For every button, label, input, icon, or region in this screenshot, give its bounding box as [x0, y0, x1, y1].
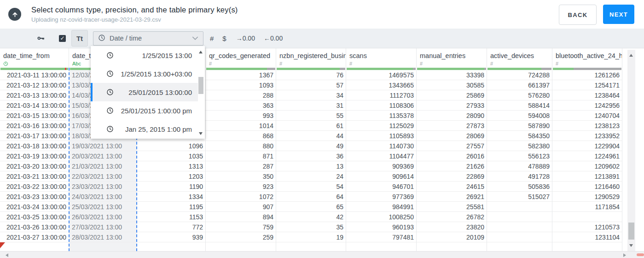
scroll-left-arrow-icon[interactable]	[6, 253, 8, 257]
next-button[interactable]: NEXT	[603, 5, 634, 24]
scroll-up-arrow-icon[interactable]	[629, 54, 633, 57]
grid-cell: 909369	[346, 161, 416, 171]
grid-column-date_time_from[interactable]: date_time_from2021-03-11 13:00:002021-03…	[0, 48, 69, 251]
grid-cell: 984991	[346, 202, 416, 212]
back-button[interactable]: BACK	[559, 5, 597, 25]
primary-key-icon[interactable]	[37, 34, 45, 42]
datetime-format-label: 25/01/2015 13:00:00	[128, 88, 192, 96]
datetime-format-label: 1/25/2015 13:00	[142, 52, 192, 59]
vertical-scrollbar[interactable]	[627, 50, 635, 251]
column-header[interactable]: active_devices#	[487, 48, 552, 68]
grid-cell: 24615	[417, 182, 487, 192]
text-type-button[interactable]: Tt	[71, 30, 88, 47]
grid-cell: 1240704	[552, 111, 622, 121]
column-header[interactable]: date_time_from	[0, 48, 69, 68]
grid-cell: 1242956	[552, 100, 622, 111]
grid-cell: 20/03/2021 13:00	[70, 151, 136, 161]
grid-cell: 20109	[417, 232, 487, 242]
precision-increase-button[interactable]: →0.00	[236, 35, 255, 42]
vertical-scrollbar-thumb[interactable]	[628, 223, 634, 240]
grid-cell: 49	[276, 141, 346, 151]
column-header[interactable]: manual_entries#	[417, 48, 487, 68]
scroll-right-arrow-icon[interactable]	[623, 253, 626, 257]
number-type-icon: #	[349, 61, 416, 67]
grid-cell: 22869	[417, 171, 487, 182]
grid-cell: 1096	[137, 141, 205, 151]
dropdown-scroll-down-icon[interactable]	[199, 132, 203, 135]
grid-cell: 65	[276, 202, 346, 212]
grid-cell: 57	[276, 80, 346, 90]
dropdown-scrollbar-thumb[interactable]	[198, 77, 203, 94]
datetime-format-option[interactable]: 25/01/2015 1:00:00 pm	[91, 101, 198, 120]
column-header[interactable]: qr_codes_generated#	[206, 48, 276, 68]
datetime-format-option[interactable]: 1/25/2015 13:00+03:00	[91, 64, 198, 83]
grid-cell: 1153	[137, 212, 205, 222]
scroll-down-arrow-icon[interactable]	[629, 244, 633, 247]
grid-cell	[487, 212, 552, 222]
grid-cell: 1209602	[552, 161, 622, 171]
page-header: Select columns type, precision, and the …	[0, 0, 644, 29]
column-name: bluetooth_active_24_hr_	[556, 52, 622, 59]
grid-cell: 1367	[206, 70, 276, 80]
grid-cell: 923	[206, 182, 276, 192]
precision-decrease-button[interactable]: ←0.00	[264, 35, 283, 42]
grid-cell: 661397	[487, 80, 552, 90]
grid-column-bluetooth_active_24_hr_[interactable]: bluetooth_active_24_hr_#1261266125417112…	[552, 48, 622, 251]
clock-icon	[106, 125, 114, 133]
column-header[interactable]: nzbn_registered_busine#	[276, 48, 346, 68]
grid-cell: 26016	[417, 151, 487, 161]
grid-cell: 2021-03-27 13:00:00	[0, 232, 69, 242]
grid-cell: 868	[206, 131, 276, 141]
grid-cell: 35	[276, 222, 346, 232]
grid-cell: 19/03/2021 13:00	[70, 141, 136, 151]
dropdown-scrollbar[interactable]	[198, 47, 204, 138]
grid-cell: 26782	[417, 212, 487, 222]
datetime-format-label: Jan 25, 2015 1:00 pm	[125, 125, 192, 133]
column-body: 3339830585258692793328090278732806927557…	[417, 68, 487, 251]
column-header[interactable]: scans#	[346, 48, 416, 68]
datetime-format-option[interactable]: Jan 25, 2015 1:00 pm	[91, 120, 198, 138]
quality-bar-segment	[66, 68, 68, 70]
column-body: 7242886613975762805884145940085878905843…	[487, 68, 552, 251]
grid-cell: 1261266	[552, 70, 622, 80]
grid-column-active_devices[interactable]: active_devices#7242886613975762805884145…	[487, 48, 552, 251]
datetime-format-option[interactable]: 1/25/2015 13:00	[91, 46, 198, 64]
grid-cell: 25581	[417, 202, 487, 212]
grid-cell: 1014	[206, 121, 276, 131]
grid-column-nzbn_registered_busine[interactable]: nzbn_registered_busine#76573431556144493…	[276, 48, 346, 251]
include-column-checkbox[interactable]: ✓	[59, 35, 66, 42]
grid-cell: 28/03/2021 13:00	[70, 232, 136, 242]
grid-cell: 584350	[487, 131, 552, 141]
grid-cell: 907	[206, 202, 276, 212]
currency-type-button[interactable]: $	[222, 35, 226, 42]
column-header[interactable]: bluetooth_active_24_hr_#	[552, 48, 622, 68]
grid-cell	[487, 232, 552, 242]
grid-column-scans[interactable]: scans#1469575134366511127031108306113537…	[346, 48, 417, 251]
grid-cell: 1224961	[552, 151, 622, 161]
quality-bar-segment	[277, 68, 340, 70]
grid-cell: 28069	[417, 131, 487, 141]
upload-filename: Uploading nz-covid-tracer-usage-2021-03-…	[31, 16, 238, 23]
grid-cell: 44	[276, 131, 346, 141]
horizontal-scrollbar-thumb[interactable]	[637, 253, 644, 256]
grid-cell	[487, 202, 552, 212]
column-name: scans	[349, 52, 416, 59]
grid-cell: 515027	[487, 192, 552, 202]
grid-cell: 363	[206, 100, 276, 111]
horizontal-scrollbar[interactable]	[0, 251, 644, 258]
quality-bar-segment	[553, 68, 574, 70]
grid-cell: 2021-03-14 13:00:00	[0, 100, 69, 111]
grid-cell: 2021-03-19 13:00:00	[0, 151, 69, 161]
column-name: qr_codes_generated	[209, 52, 276, 59]
dropdown-scroll-up-icon[interactable]	[199, 51, 203, 53]
number-type-icon: #	[279, 61, 346, 67]
number-type-button[interactable]: #	[210, 35, 214, 42]
grid-cell: 588414	[487, 100, 552, 111]
column-type-select[interactable]: Date / time	[93, 31, 203, 46]
grid-column-qr_codes_generated[interactable]: qr_codes_generated#136710932883639931014…	[206, 48, 276, 251]
grid-cell: 1112703	[346, 90, 416, 100]
datetime-format-option[interactable]: 25/01/2015 13:00:00	[91, 83, 198, 101]
grid-column-manual_entries[interactable]: manual_entries#3339830585258692793328090…	[417, 48, 487, 251]
grid-cell: 1254171	[552, 80, 622, 90]
upload-cloud-icon	[8, 8, 21, 21]
